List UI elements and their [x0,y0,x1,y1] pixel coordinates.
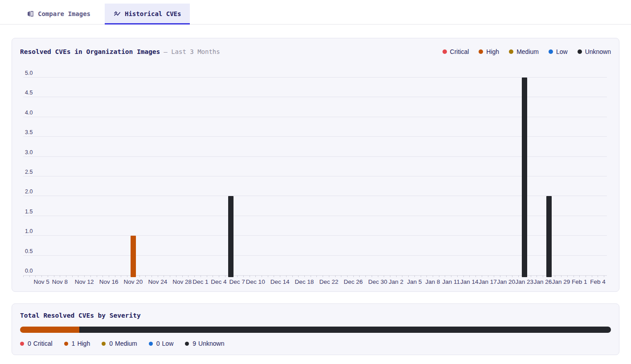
x-axis-tick [439,275,439,277]
severity-dot-low [549,49,553,54]
x-axis-tick [500,275,500,277]
severity-dot-unknown [578,49,582,54]
x-axis-tick [347,275,348,277]
x-axis-tick [78,275,78,277]
x-axis-tick [194,275,195,277]
x-axis-tick [329,275,329,277]
severity-legend: CriticalHighMediumLowUnknown [443,48,611,55]
severity-dot-unknown [185,342,189,346]
x-axis-tick [402,275,402,277]
y-axis-label-0.5: 0.5 [25,248,33,254]
x-axis-tick [311,275,311,277]
x-axis-tick [561,275,561,277]
legend-label-high: High [77,340,90,347]
legend-label-critical: Critical [450,48,469,55]
x-axis-label-nov-16: Nov 16 [99,278,119,285]
legend-label-low: Low [556,48,568,55]
x-axis-tick [494,275,494,277]
x-axis-tick [35,275,36,277]
x-axis-label-nov-28: Nov 28 [172,278,192,285]
tab-historical-cves[interactable]: Historical CVEs [105,4,190,24]
legend-label-unknown: Unknown [585,48,611,55]
x-axis-label-dec-1: Dec 1 [193,278,208,285]
legend-count-unknown: 9 [193,340,196,347]
x-axis-tick [414,275,415,277]
chart-plot-area: 0.00.51.01.52.02.53.03.54.04.55.0Nov 5No… [23,78,607,276]
totals-legend: 0Critical1High0Medium0Low9Unknown [20,340,224,347]
x-axis-tick [29,275,30,277]
x-axis-tick [592,275,592,277]
x-axis-tick [176,275,176,277]
x-axis-tick [512,275,512,277]
x-axis-tick [488,275,488,277]
x-axis-tick [127,275,127,277]
x-axis-label-nov-12: Nov 12 [75,278,94,285]
totals-card-title: Total Resolved CVEs by Severity [20,312,141,319]
x-axis-tick [109,275,109,277]
x-axis-tick [225,275,225,277]
x-axis-tick [567,275,568,277]
gridline-y-3.5 [23,136,607,137]
gridline-y-3 [23,156,607,157]
legend-label-critical: Critical [33,340,53,347]
x-axis-tick [396,275,397,277]
x-axis-label-nov-5: Nov 5 [34,278,49,285]
x-axis-label-dec-18: Dec 18 [295,278,314,285]
gridline-y-5 [23,77,607,78]
y-axis-label-0: 0.0 [25,268,33,274]
trend-chart-icon [114,10,121,17]
compare-images-icon [27,10,34,17]
y-axis-label-2: 2.0 [25,188,33,195]
legend-label-low: Low [162,340,174,347]
severity-dot-critical [20,342,24,346]
x-axis-tick [280,275,280,277]
x-axis-tick [262,275,262,277]
x-axis-label-dec-30: Dec 30 [368,278,387,285]
x-axis-tick [445,275,445,277]
legend-item-unknown: Unknown [578,48,611,55]
x-axis-tick [451,275,451,277]
x-axis-label-nov-20: Nov 20 [124,278,143,285]
x-axis-tick [323,275,323,277]
x-axis-tick [170,275,170,277]
x-axis-label-jan-8: Jan 8 [426,278,440,285]
x-axis-tick [469,275,470,277]
x-axis-tick [426,275,427,277]
x-axis-tick [188,275,188,277]
legend-item-high: High [479,48,499,55]
severity-dot-medium [102,342,106,346]
x-axis-tick [102,275,103,277]
cve-bar-nov-20 [131,236,136,277]
x-axis-label-nov-24: Nov 24 [148,278,167,285]
x-axis-tick [390,275,390,277]
y-axis-label-3.5: 3.5 [25,129,33,135]
x-axis-label-dec-14: Dec 14 [270,278,290,285]
tab-compare-images[interactable]: Compare Images [18,4,99,24]
x-axis-tick [219,275,219,277]
gridline-y-4 [23,117,607,117]
x-axis-tick [457,275,458,277]
x-axis-tick [574,275,574,277]
x-axis-label-dec-10: Dec 10 [246,278,265,285]
x-axis-tick [598,275,598,277]
tab-label-compare-images: Compare Images [38,10,90,17]
x-axis-tick [158,275,158,277]
active-tab-underline [105,23,190,25]
legend-count-medium: 0 [109,340,113,347]
legend-label-high: High [486,48,499,55]
legend-label-medium: Medium [115,340,137,347]
gridline-y-1 [23,235,607,236]
x-axis-tick [372,275,372,277]
x-axis-tick [359,275,360,277]
legend-item-low: 0Low [149,340,173,347]
x-axis-tick [243,275,244,277]
x-axis-tick [54,275,54,277]
x-axis-tick [152,275,152,277]
severity-dot-high [64,342,68,346]
legend-label-medium: Medium [516,48,539,55]
gridline-y-0.5 [23,255,607,256]
gridline-y-4.5 [23,97,607,97]
x-axis-tick [298,275,299,277]
legend-item-low: Low [549,48,568,55]
tab-bar: Compare Images Historical CVEs [0,0,631,25]
